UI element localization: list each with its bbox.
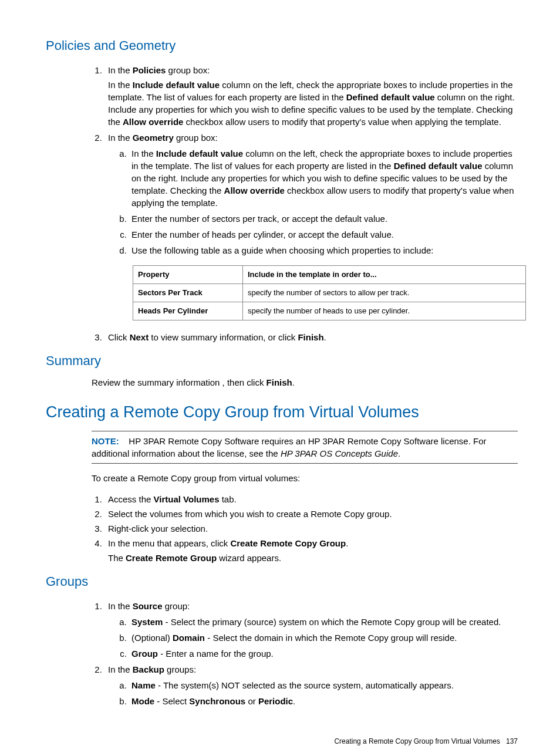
bold: Synchronous xyxy=(189,696,245,706)
text: group: xyxy=(163,601,190,611)
step-3: Click Next to view summary information, … xyxy=(104,331,518,343)
text: group box: xyxy=(174,133,218,143)
bold: Allow override xyxy=(224,185,285,195)
bold: Allow override xyxy=(123,117,183,127)
groups-1b: (Optional) Domain - Select the domain in… xyxy=(129,632,518,644)
note-box: NOTE: HP 3PAR Remote Copy Software requi… xyxy=(92,431,518,464)
text: (Optional) xyxy=(131,633,173,643)
groups-1c: Group - Enter a name for the group. xyxy=(129,647,518,660)
bold: Include default value xyxy=(133,80,220,90)
bold: Domain xyxy=(173,633,205,643)
text: In the xyxy=(108,601,133,611)
bold: Defined default value xyxy=(346,92,435,102)
create-step-4: In the menu that appears, click Create R… xyxy=(104,537,518,564)
step-2a: In the Include default value column on t… xyxy=(129,147,518,209)
text: checkbox allow users to modify that prop… xyxy=(183,117,501,127)
text: or xyxy=(245,696,258,706)
groups-step-1: In the Source group: System - Select the… xyxy=(104,600,518,660)
page-number: 137 xyxy=(506,737,518,745)
text: - Enter a name for the group. xyxy=(158,649,274,659)
create-step-2: Select the volumes from which you wish t… xyxy=(104,508,518,520)
heading-creating-rcg: Creating a Remote Copy Group from Virtua… xyxy=(46,401,518,424)
bold: Name xyxy=(131,680,156,690)
page-footer: Creating a Remote Copy Group from Virtua… xyxy=(46,737,518,746)
cell-desc: specify the number of heads to use per c… xyxy=(243,302,526,320)
text: tab. xyxy=(220,494,237,504)
text: groups: xyxy=(164,664,196,674)
create-step-3: Right-click your selection. xyxy=(104,522,518,535)
text: The xyxy=(108,553,126,563)
summary-text: Review the summary information , then cl… xyxy=(92,376,518,389)
heading-policies-geometry: Policies and Geometry xyxy=(46,37,518,55)
heading-groups: Groups xyxy=(46,573,518,591)
text: . xyxy=(398,448,400,458)
bold: Create Remote Copy Group xyxy=(230,538,346,548)
bold: Mode xyxy=(131,696,154,706)
bold: Finish xyxy=(298,332,323,342)
text: - Select xyxy=(154,696,189,706)
step-2: In the Geometry group box: In the Includ… xyxy=(104,131,518,256)
create-step-1: Access the Virtual Volumes tab. xyxy=(104,493,518,505)
bold: Next xyxy=(130,332,149,342)
text: In the xyxy=(108,65,133,75)
table-row: Heads Per Cylinder specify the number of… xyxy=(133,302,526,320)
text: Review the summary information , then cl… xyxy=(92,377,266,387)
bold: Geometry xyxy=(133,133,174,143)
text: . xyxy=(346,538,348,548)
groups-2a: Name - The system(s) NOT selected as the… xyxy=(129,679,518,691)
text: Access the xyxy=(108,494,154,504)
text: In the xyxy=(108,80,133,90)
bold: Virtual Volumes xyxy=(154,494,220,504)
bold: Source xyxy=(133,601,163,611)
text: - Select the domain in which the Remote … xyxy=(205,633,457,643)
text: wizard appears. xyxy=(217,553,281,563)
note-label: NOTE: xyxy=(92,436,119,446)
groups-step-2: In the Backup groups: Name - The system(… xyxy=(104,663,518,707)
text: . xyxy=(324,332,326,342)
cell-desc: specify the number of sectors to allow p… xyxy=(243,283,526,302)
text: group box: xyxy=(166,65,210,75)
th-include: Include in the template in order to... xyxy=(243,265,526,283)
text: In the menu that appears, click xyxy=(108,538,230,548)
groups-1a: System - Select the primary (source) sys… xyxy=(129,616,518,628)
text: In the xyxy=(108,133,133,143)
bold: System xyxy=(131,617,163,627)
properties-table: Property Include in the template in orde… xyxy=(133,265,526,321)
text: In the xyxy=(131,148,156,158)
heading-summary: Summary xyxy=(46,352,518,370)
bold: Defined default value xyxy=(394,161,483,171)
text: In the xyxy=(108,664,133,674)
cell-property: Sectors Per Track xyxy=(138,288,203,297)
step-2c: Enter the number of heads per cylinder, … xyxy=(129,228,518,241)
bold: Group xyxy=(131,649,158,659)
text: Click xyxy=(108,332,130,342)
bold: Policies xyxy=(133,65,166,75)
bold: Create Remote Group xyxy=(126,553,217,563)
create-intro: To create a Remote Copy group from virtu… xyxy=(92,472,518,484)
bold: Finish xyxy=(266,377,292,387)
text: - The system(s) NOT selected as the sour… xyxy=(156,680,454,690)
step-2b: Enter the number of sectors per track, o… xyxy=(129,212,518,225)
step-2d: Use the following table as a guide when … xyxy=(129,244,518,256)
note-italic: HP 3PAR OS Concepts Guide xyxy=(281,448,398,458)
cell-property: Heads Per Cylinder xyxy=(138,306,208,315)
bold: Backup xyxy=(133,664,164,674)
text: - Select the primary (source) system on … xyxy=(163,617,501,627)
text: to view summary information, or click xyxy=(149,332,298,342)
bold: Periodic xyxy=(258,696,293,706)
table-row: Sectors Per Track specify the number of … xyxy=(133,283,526,302)
groups-2b: Mode - Select Synchronous or Periodic. xyxy=(129,695,518,707)
footer-title: Creating a Remote Copy Group from Virtua… xyxy=(334,737,500,745)
step-1: In the Policies group box: In the Includ… xyxy=(104,64,518,128)
bold: Include default value xyxy=(156,148,243,158)
text: . xyxy=(292,377,295,387)
th-property: Property xyxy=(133,265,243,283)
text: . xyxy=(293,696,295,706)
